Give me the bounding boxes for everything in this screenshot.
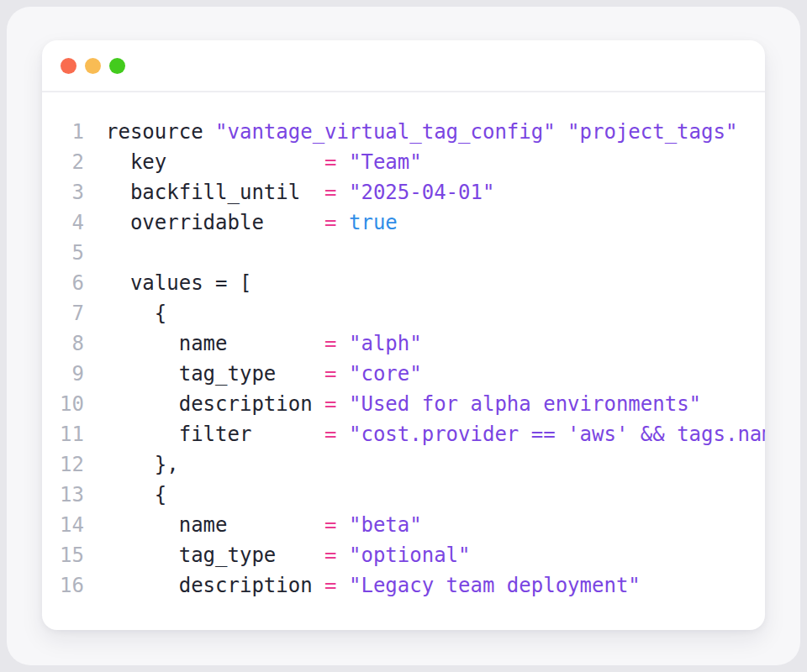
close-button[interactable] — [61, 58, 76, 74]
line-number: 5 — [42, 238, 84, 268]
line-number: 10 — [42, 389, 84, 419]
code-text: values = [ — [106, 268, 251, 298]
minimize-button[interactable] — [85, 58, 101, 74]
line-number: 14 — [42, 510, 84, 540]
code-line: 15 tag_type = "optional" — [42, 540, 765, 570]
code-line: 13 { — [42, 480, 765, 510]
code-text: key = "Team" — [106, 147, 422, 177]
line-number: 16 — [42, 570, 84, 601]
code-text: resource "vantage_virtual_tag_config" "p… — [106, 117, 737, 147]
code-line: 12 }, — [42, 449, 765, 480]
line-number: 8 — [42, 328, 84, 359]
code-line: 16 description = "Legacy team deployment… — [42, 570, 765, 601]
line-number: 6 — [42, 268, 84, 298]
code-line: 8 name = "alph" — [42, 328, 765, 359]
code-line: 5 — [42, 238, 765, 268]
code-text: filter = "cost.provider == 'aws' && tags… — [106, 419, 765, 449]
line-number: 13 — [42, 480, 84, 510]
code-editor-window: 1resource "vantage_virtual_tag_config" "… — [42, 40, 765, 630]
code-text: { — [106, 480, 166, 510]
code-line: 2 key = "Team" — [42, 147, 765, 177]
line-number: 3 — [42, 177, 84, 207]
page-background-panel: 1resource "vantage_virtual_tag_config" "… — [7, 7, 800, 665]
code-line: 14 name = "beta" — [42, 510, 765, 540]
code-text: tag_type = "core" — [106, 359, 422, 389]
traffic-lights — [61, 58, 125, 74]
zoom-button[interactable] — [109, 58, 125, 74]
line-number: 11 — [42, 419, 84, 449]
line-number: 15 — [42, 540, 84, 570]
code-text: description = "Legacy team deployment" — [106, 570, 641, 601]
line-number: 2 — [42, 147, 84, 177]
code-text: name = "beta" — [106, 510, 422, 540]
code-line: 9 tag_type = "core" — [42, 359, 765, 389]
window-titlebar — [42, 40, 765, 92]
code-line: 7 { — [42, 298, 765, 328]
code-text: { — [106, 298, 166, 328]
code-line: 4 overridable = true — [42, 207, 765, 238]
code-line: 1resource "vantage_virtual_tag_config" "… — [42, 117, 765, 147]
code-text: description = "Used for alpha environmen… — [106, 389, 701, 419]
line-number: 7 — [42, 298, 84, 328]
code-line: 11 filter = "cost.provider == 'aws' && t… — [42, 419, 765, 449]
line-number: 4 — [42, 207, 84, 238]
code-text: tag_type = "optional" — [106, 540, 471, 570]
code-text: overridable = true — [106, 207, 398, 238]
code-text: backfill_until = "2025-04-01" — [106, 177, 494, 207]
line-number: 1 — [42, 117, 84, 147]
line-number: 9 — [42, 359, 84, 389]
code-text: name = "alph" — [106, 328, 422, 359]
code-line: 3 backfill_until = "2025-04-01" — [42, 177, 765, 207]
line-number: 12 — [42, 449, 84, 480]
code-area: 1resource "vantage_virtual_tag_config" "… — [42, 92, 765, 601]
code-line: 10 description = "Used for alpha environ… — [42, 389, 765, 419]
code-line: 6 values = [ — [42, 268, 765, 298]
code-text: }, — [106, 449, 179, 480]
